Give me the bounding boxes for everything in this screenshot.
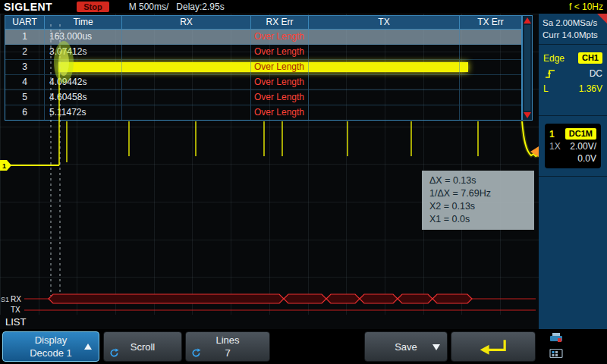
table-scrollbar[interactable] bbox=[522, 15, 533, 121]
cursor-delta-x: ΔX = 0.13s bbox=[429, 174, 527, 187]
cell-index: 2 bbox=[5, 45, 45, 59]
table-row[interactable]: 3 Over Length bbox=[5, 60, 521, 75]
header-tx: TX bbox=[309, 16, 460, 29]
acquisition-status-badge[interactable]: Stop bbox=[77, 2, 109, 12]
waveform-area: UART Time RX RX Err TX TX Err 1 163.000u… bbox=[0, 14, 539, 329]
cell-tx-err bbox=[460, 30, 521, 44]
cell-time: 4.09442s bbox=[45, 75, 122, 89]
trigger-source-badge: CH1 bbox=[578, 52, 602, 64]
scrollbar-track[interactable] bbox=[524, 25, 530, 111]
scroll-button[interactable]: Scroll bbox=[103, 331, 182, 362]
interface-status-icon[interactable] bbox=[549, 348, 563, 359]
return-arrow-icon bbox=[476, 337, 510, 356]
cell-rx bbox=[122, 75, 251, 89]
cell-index: 1 bbox=[5, 30, 45, 44]
cell-rx-err: Over Length bbox=[251, 75, 309, 89]
uart-decode-table: UART Time RX RX Err TX TX Err 1 163.000u… bbox=[5, 15, 533, 121]
cursor-inv-delta-x: 1/ΔX = 7.69Hz bbox=[429, 187, 527, 200]
vertical-scale: 2.00V/ bbox=[570, 141, 596, 152]
channel-1-box[interactable]: 1 DC1M 1X 2.00V/ 0.0V bbox=[545, 124, 601, 168]
cell-index: 4 bbox=[5, 75, 45, 89]
header-time: Time bbox=[45, 16, 122, 29]
cell-rx bbox=[122, 90, 251, 105]
header-rx-err: RX Err bbox=[251, 16, 309, 29]
cell-rx bbox=[122, 45, 251, 59]
cell-rx-err: Over Length bbox=[251, 30, 309, 44]
table-row[interactable]: 2 3.07412s Over Length bbox=[5, 45, 521, 60]
trigger-level-value: 1.36V bbox=[579, 83, 602, 94]
scroll-button-label: Scroll bbox=[131, 340, 156, 353]
cell-rx-err: Over Length bbox=[251, 60, 309, 74]
cursor-x1: X1 = 0.0s bbox=[429, 213, 527, 226]
memory-depth: Curr 14.0Mpts bbox=[543, 29, 603, 41]
scroll-up-icon[interactable] bbox=[524, 17, 531, 24]
cell-index: 6 bbox=[5, 105, 45, 121]
save-button-label: Save bbox=[395, 340, 417, 353]
cursor-readout-box: ΔX = 0.13s 1/ΔX = 7.69Hz X2 = 0.13s X1 =… bbox=[422, 171, 534, 230]
channel-info[interactable]: 1 DC1M 1X 2.00V/ 0.0V bbox=[539, 116, 607, 177]
cell-time: 163.000us bbox=[45, 30, 122, 44]
lines-button-label: Lines bbox=[215, 334, 239, 347]
cell-tx bbox=[309, 45, 460, 59]
timebase-readout: M 500ms/ bbox=[129, 2, 169, 12]
header-rx: RX bbox=[122, 16, 251, 29]
status-sidebar: Sa 2.00MSa/s Curr 14.0Mpts Edge CH1 DC L… bbox=[539, 14, 607, 329]
soft-menu-bar: Display Decode 1 Scroll Lines 7 Save bbox=[0, 329, 607, 364]
display-button-line2: Decode 1 bbox=[30, 347, 72, 359]
cell-tx bbox=[309, 105, 460, 121]
sample-rate: Sa 2.00MSa/s bbox=[543, 17, 603, 29]
down-arrow-icon bbox=[432, 344, 440, 350]
cell-tx bbox=[309, 90, 460, 105]
rising-edge-icon bbox=[543, 68, 557, 79]
cell-tx bbox=[309, 30, 460, 44]
save-button[interactable]: Save bbox=[364, 331, 448, 362]
table-header-row: UART Time RX RX Err TX TX Err bbox=[5, 15, 522, 30]
cell-tx-err bbox=[460, 45, 521, 59]
list-mode-label: LIST bbox=[5, 316, 26, 328]
trigger-type: Edge bbox=[543, 53, 565, 64]
table-row[interactable]: 5 4.60458s Over Length bbox=[5, 90, 521, 105]
header-uart: UART bbox=[5, 16, 45, 29]
cell-time bbox=[45, 60, 122, 74]
cell-rx-err: Over Length bbox=[251, 90, 309, 105]
table-row[interactable]: 1 163.000us Over Length bbox=[5, 30, 521, 45]
print-icon[interactable] bbox=[549, 332, 563, 344]
vertical-offset: 0.0V bbox=[577, 153, 596, 164]
cell-time: 3.07412s bbox=[45, 45, 122, 59]
table-row[interactable]: 6 5.11472s Over Length bbox=[5, 105, 521, 121]
trigger-delay-readout: Delay:2.95s bbox=[176, 2, 224, 12]
back-button[interactable] bbox=[451, 331, 536, 362]
rotate-knob-icon bbox=[109, 348, 119, 358]
display-menu-button[interactable]: Display Decode 1 bbox=[2, 331, 99, 362]
table-row[interactable]: 4 4.09442s Over Length bbox=[5, 75, 521, 90]
cell-tx bbox=[309, 75, 460, 89]
cell-tx-err bbox=[460, 105, 521, 121]
scroll-down-icon[interactable] bbox=[524, 112, 531, 118]
trigger-coupling: DC bbox=[590, 68, 602, 79]
top-status-bar: SIGLENT Stop M 500ms/ Delay:2.95s f < 10… bbox=[0, 0, 607, 14]
cell-tx bbox=[309, 60, 460, 74]
table-main: UART Time RX RX Err TX TX Err 1 163.000u… bbox=[5, 15, 522, 121]
frequency-counter: f < 10Hz bbox=[569, 2, 603, 12]
cell-index: 3 bbox=[5, 60, 45, 74]
header-tx-err: TX Err bbox=[460, 16, 521, 29]
cell-rx-err: Over Length bbox=[251, 105, 309, 121]
cell-tx-err bbox=[460, 60, 521, 74]
table-body: 1 163.000us Over Length 2 3.07412s Over … bbox=[5, 30, 522, 121]
trigger-level-label: L bbox=[543, 83, 549, 94]
acquisition-info: Sa 2.00MSa/s Curr 14.0Mpts bbox=[539, 14, 607, 45]
brand-logo: SIGLENT bbox=[4, 1, 52, 13]
cell-rx-err: Over Length bbox=[251, 45, 309, 59]
lines-button[interactable]: Lines 7 bbox=[185, 331, 270, 362]
cell-time: 5.11472s bbox=[45, 105, 122, 121]
trigger-info[interactable]: Edge CH1 DC L 1.36V bbox=[539, 45, 607, 116]
probe-attenuation: 1X bbox=[549, 141, 561, 152]
cell-index: 5 bbox=[5, 90, 45, 105]
channel-number: 1 bbox=[549, 129, 555, 140]
cell-tx-err bbox=[460, 75, 521, 89]
cursor-x2: X2 = 0.13s bbox=[429, 200, 527, 213]
cell-time: 4.60458s bbox=[45, 90, 122, 105]
cell-rx bbox=[122, 30, 251, 44]
channel-coupling-badge: DC1M bbox=[565, 128, 596, 140]
lines-button-value: 7 bbox=[225, 347, 230, 359]
